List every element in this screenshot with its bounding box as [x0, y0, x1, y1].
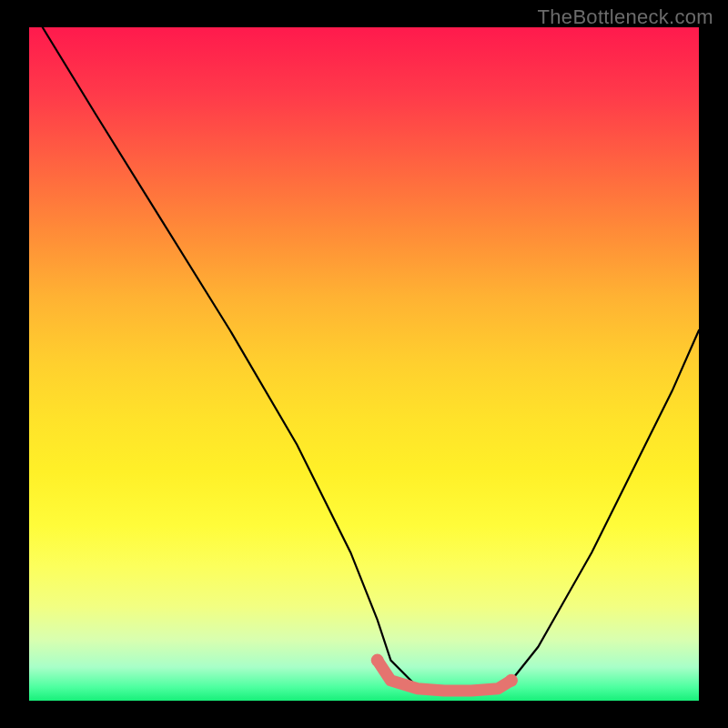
band-end-right	[505, 674, 518, 687]
plot-area	[29, 27, 699, 701]
bottleneck-curve	[43, 27, 699, 691]
band-end-left	[371, 654, 384, 667]
curve-layer	[29, 27, 699, 701]
optimal-band	[378, 661, 511, 691]
watermark-text: TheBottleneck.com	[538, 5, 713, 29]
chart-frame: TheBottleneck.com	[0, 0, 728, 728]
